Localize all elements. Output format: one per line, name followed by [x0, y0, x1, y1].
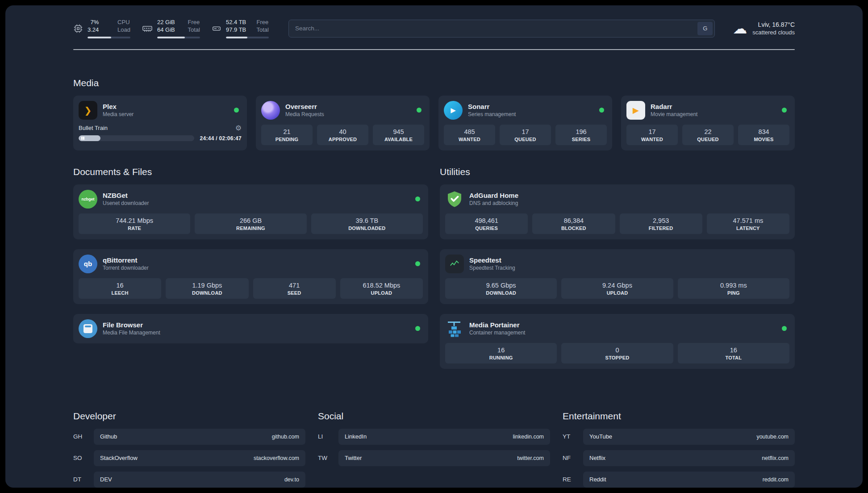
radarr-icon: ▶	[626, 101, 645, 120]
stat-value: 485	[446, 128, 493, 135]
service-card-sonarr[interactable]: ▶ Sonarr Series management 485 WANTED	[438, 96, 612, 150]
service-card-overseerr[interactable]: Overseerr Media Requests 21 PENDING 40 A…	[256, 96, 430, 150]
stat-box: 9.65 Gbps DOWNLOAD	[445, 278, 557, 299]
stat-label: APPROVED	[319, 137, 367, 142]
cpu-monitor-body: 7% 3.24 CPU Load	[88, 19, 130, 38]
service-description: Container management	[469, 330, 525, 336]
stat-label: AVAILABLE	[375, 137, 422, 142]
bookmark-netflix[interactable]: NF Netflix netflix.com	[563, 450, 795, 466]
stat-value: 16	[447, 347, 555, 354]
bookmark-name: LinkedIn	[345, 433, 367, 440]
bookmark-name: Netflix	[589, 455, 605, 461]
adguard-shield-icon	[445, 190, 464, 209]
cloud-icon: ☁	[733, 21, 747, 36]
stat-label: DOWNLOAD	[167, 290, 246, 296]
service-card-qbittorrent[interactable]: qb qBittorrent Torrent downloader 16 LEE…	[73, 249, 428, 304]
service-card-portainer[interactable]: Media Portainer Container management 16 …	[440, 314, 795, 369]
service-card-filebrowser[interactable]: File Browser Media File Management	[73, 314, 428, 343]
stat-label: WANTED	[446, 137, 493, 142]
section-title-utilities: Utilities	[440, 167, 795, 177]
service-name: Radarr	[651, 103, 697, 110]
service-name: NZBGet	[103, 192, 149, 199]
stat-label: QUERIES	[447, 226, 526, 231]
stat-box: 9.24 Gbps UPLOAD	[561, 278, 673, 299]
bookmark-youtube[interactable]: YT YouTube youtube.com	[563, 429, 795, 445]
search-input[interactable]	[288, 20, 715, 38]
search-engine-button[interactable]: G	[697, 22, 713, 35]
stat-value: 16	[80, 282, 159, 289]
service-name: Plex	[103, 103, 134, 110]
radarr-play-glyph: ▶	[633, 105, 639, 115]
service-card-adguard[interactable]: AdGuard Home DNS and adblocking 498,461 …	[440, 184, 795, 239]
stat-value: 17	[501, 128, 549, 135]
bookmark-github[interactable]: GH Github github.com	[73, 429, 305, 445]
stat-value: 945	[375, 128, 422, 135]
status-dot	[415, 261, 420, 266]
bookmark-group-entertainment: Entertainment YT YouTube youtube.com NF …	[563, 411, 795, 488]
stat-label: DOWNLOAD	[447, 290, 555, 296]
bookmark-url: stackoverflow.com	[254, 455, 299, 461]
stat-value: 834	[740, 128, 788, 135]
stat-box: 471 SEED	[253, 278, 336, 299]
filebrowser-window-glyph	[83, 324, 92, 333]
stat-value: 0.993 ms	[680, 282, 788, 289]
stat-label: PING	[680, 290, 788, 296]
status-dot	[782, 326, 787, 331]
stat-label: UPLOAD	[563, 290, 671, 296]
cpu-icon	[73, 24, 83, 33]
section-documents: Documents & Files nzbget NZBGet Usenet d…	[73, 167, 428, 379]
bookmark-name: StackOverflow	[100, 455, 138, 461]
ram-free-value: 22 GiB	[157, 19, 175, 26]
weather-condition: scattered clouds	[752, 29, 795, 36]
stat-value: 86,384	[534, 217, 613, 224]
stat-label: TOTAL	[680, 355, 788, 360]
service-card-radarr[interactable]: ▶ Radarr Movie management 17 WANTED	[621, 96, 795, 150]
service-name: Overseerr	[285, 103, 324, 110]
stat-value: 0	[563, 347, 671, 354]
stat-value: 266 GB	[196, 217, 305, 224]
speedtest-chart-icon	[445, 255, 464, 273]
qbittorrent-icon-text: qb	[84, 260, 92, 267]
bookmark-stackoverflow[interactable]: SO StackOverflow stackoverflow.com	[73, 450, 305, 466]
stat-label: STOPPED	[563, 355, 671, 360]
stat-value: 744.21 Mbps	[80, 217, 188, 224]
stat-label: LEECH	[80, 290, 159, 296]
disk-total-value: 97.9 TB	[226, 26, 246, 34]
bookmark-reddit[interactable]: RE Reddit reddit.com	[563, 472, 795, 488]
playback-progress-bar[interactable]	[79, 135, 194, 141]
gear-icon[interactable]: ⚙	[235, 125, 242, 132]
track-title: Bullet Train	[79, 125, 108, 131]
sonarr-play-glyph: ▶	[451, 106, 456, 114]
middle-columns: Documents & Files nzbget NZBGet Usenet d…	[73, 167, 795, 379]
service-card-plex[interactable]: ❯ Plex Media server Bullet Train ⚙	[73, 96, 247, 150]
service-name: qBittorrent	[103, 256, 149, 264]
bookmark-linkedin[interactable]: LI LinkedIn linkedin.com	[318, 429, 550, 445]
service-name: AdGuard Home	[469, 192, 518, 199]
nzbget-icon-text: nzbget	[82, 197, 95, 201]
qbittorrent-icon: qb	[79, 255, 97, 273]
stat-value: 16	[680, 347, 788, 354]
stat-box: 21 PENDING	[261, 125, 313, 145]
service-description: Torrent downloader	[103, 265, 149, 271]
service-name: Sonarr	[468, 103, 516, 110]
stat-value: 9.24 Gbps	[563, 282, 671, 289]
bookmark-name: Reddit	[589, 476, 606, 483]
cpu-progress-bar	[88, 37, 130, 38]
service-name: Media Portainer	[469, 321, 525, 329]
service-card-nzbget[interactable]: nzbget NZBGet Usenet downloader 744.21 M…	[73, 184, 428, 239]
section-utilities: Utilities AdGuard Home DNS and adblocki	[440, 167, 795, 379]
stat-box: 0 STOPPED	[561, 343, 673, 363]
weather-location: Lviv, 16.87°C	[752, 21, 795, 28]
bookmark-name: Twitter	[345, 455, 362, 461]
bookmark-dev[interactable]: DT DEV dev.to	[73, 472, 305, 488]
stat-label: QUEUED	[501, 137, 549, 142]
pause-icon[interactable]	[81, 137, 84, 140]
bookmark-twitter[interactable]: TW Twitter twitter.com	[318, 450, 550, 466]
service-card-speedtest[interactable]: Speedtest Speedtest Tracking 9.65 Gbps D…	[440, 249, 795, 304]
stat-value: 498,461	[447, 217, 526, 224]
plex-chevron-glyph: ❯	[84, 105, 92, 116]
stat-label: FILTERED	[622, 226, 701, 231]
disk-progress-fill	[226, 37, 247, 38]
bookmark-abbr: DT	[73, 476, 94, 483]
section-title-social: Social	[318, 411, 550, 422]
